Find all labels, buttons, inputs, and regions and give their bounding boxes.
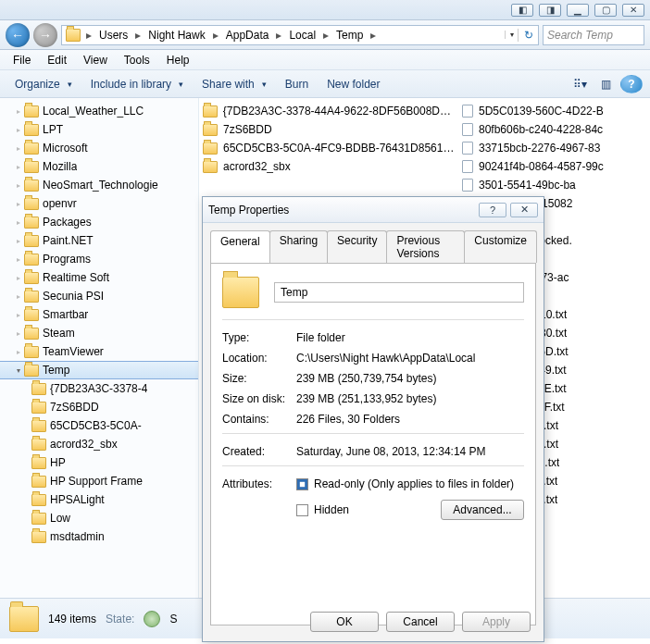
folder-name-input[interactable] (274, 282, 524, 303)
tree-node[interactable]: ▸Steam (0, 324, 198, 342)
menu-bar: File Edit View Tools Help (0, 50, 650, 70)
forward-button[interactable]: → (33, 23, 57, 47)
crumb-sep: ▸ (84, 29, 94, 42)
tree-node[interactable]: ▸Realtime Soft (0, 268, 198, 287)
tab-customize[interactable]: Customize (464, 230, 537, 263)
tree-node[interactable]: ▸Paint.NET (0, 231, 198, 250)
new-folder-button[interactable]: New folder (319, 75, 387, 93)
maximize-button[interactable]: ▢ (594, 4, 617, 17)
list-item[interactable]: 3501-5541-49bc-ba (458, 176, 644, 194)
list-item[interactable]: 33715bcb-2276-4967-83 (458, 139, 644, 157)
folder-icon (24, 180, 39, 192)
tree-subnode[interactable]: 7zS6BDD (0, 398, 198, 416)
address-bar[interactable]: ▸ Users ▸ Night Hawk ▸ AppData ▸ Local ▸… (61, 25, 539, 45)
dialog-titlebar[interactable]: Temp Properties ? ✕ (203, 197, 544, 223)
folder-icon (24, 328, 39, 340)
folder-icon (203, 161, 218, 173)
minimize-button[interactable]: ▁ (567, 4, 589, 17)
preview-pane-button[interactable]: ▥ (594, 75, 617, 93)
tree-node[interactable]: ▸Programs (0, 250, 198, 268)
tab-previous-versions[interactable]: Previous Versions (386, 230, 465, 263)
value-type: File folder (296, 331, 524, 344)
svg-rect-0 (300, 481, 305, 486)
list-item[interactable]: acrord32_sbx (199, 157, 458, 176)
view-options-button[interactable]: ⠿▾ (569, 75, 591, 93)
ok-button[interactable]: OK (310, 612, 379, 632)
tree-subnode[interactable]: HP (0, 453, 198, 472)
organize-button[interactable]: Organize (7, 75, 80, 93)
list-item[interactable]: 65CD5CB3-5C0A-4FC9-BDBB-76431D856110 (199, 139, 458, 157)
value-size: 239 MB (250,739,754 bytes) (296, 372, 524, 385)
tree-node[interactable]: ▸Packages (0, 213, 198, 231)
list-item[interactable]: 80fb606b-c240-4228-84c (458, 120, 644, 139)
tab-security[interactable]: Security (327, 230, 387, 263)
hidden-checkbox-row[interactable]: Hidden (296, 503, 441, 516)
crumb-nighthawk[interactable]: Night Hawk (143, 26, 210, 44)
dialog-help-button[interactable]: ? (479, 203, 506, 217)
label-size: Size: (222, 372, 296, 385)
list-item[interactable]: 90241f4b-0864-4587-99c (458, 157, 644, 176)
tree-node[interactable]: ▸LPT (0, 120, 198, 139)
search-input[interactable]: Search Temp (543, 25, 644, 45)
crumb-temp[interactable]: Temp (331, 26, 369, 44)
tree-node[interactable]: ▸Microsoft (0, 139, 198, 157)
tree-subnode[interactable]: acrord32_sbx (0, 435, 198, 453)
include-library-button[interactable]: Include in library (83, 75, 191, 93)
nav-bar: ← → ▸ Users ▸ Night Hawk ▸ AppData ▸ Loc… (0, 20, 650, 50)
menu-edit[interactable]: Edit (40, 52, 74, 68)
menu-help[interactable]: Help (159, 52, 197, 68)
chrome-button-b[interactable]: ◨ (539, 4, 561, 17)
tree-subnode[interactable]: HPSALight (0, 490, 198, 509)
folder-icon (24, 254, 39, 266)
help-button[interactable]: ? (620, 75, 643, 93)
tree-subnode[interactable]: msdtadmin (0, 527, 198, 546)
crumb-users[interactable]: Users (94, 26, 133, 44)
menu-view[interactable]: View (76, 52, 115, 68)
burn-button[interactable]: Burn (278, 75, 316, 93)
tab-general[interactable]: General (210, 230, 270, 263)
tree-subnode[interactable]: 65CD5CB3-5C0A- (0, 416, 198, 435)
tree-subnode[interactable]: {7DB23A3C-3378-4 (0, 379, 198, 398)
addr-dropdown[interactable]: ▾ (505, 31, 518, 39)
tree-node-temp-selected[interactable]: ▾ Temp (0, 361, 198, 379)
readonly-checkbox[interactable] (296, 478, 308, 490)
share-with-button[interactable]: Share with (194, 75, 274, 93)
back-button[interactable]: ← (6, 23, 30, 47)
tree-node[interactable]: ▸Secunia PSI (0, 287, 198, 305)
folder-icon (24, 235, 39, 247)
crumb-appdata[interactable]: AppData (220, 26, 275, 44)
list-item[interactable]: 7zS6BDD (199, 120, 458, 139)
close-button[interactable]: ✕ (622, 4, 644, 17)
advanced-button[interactable]: Advanced... (441, 500, 524, 520)
apply-button[interactable]: Apply (462, 612, 531, 632)
folder-icon (24, 272, 39, 284)
folder-icon (24, 291, 39, 303)
folder-icon (24, 161, 39, 173)
tree-node[interactable]: ▸openvr (0, 194, 198, 213)
folder-icon (31, 439, 46, 451)
dialog-close-button[interactable]: ✕ (510, 203, 538, 217)
tree-node[interactable]: ▸Smartbar (0, 305, 198, 324)
refresh-button[interactable]: ↻ (518, 29, 538, 42)
dialog-title: Temp Properties (208, 204, 475, 217)
chrome-button-a[interactable]: ◧ (511, 4, 533, 17)
value-contains: 226 Files, 30 Folders (296, 413, 524, 426)
hidden-checkbox[interactable] (296, 504, 308, 516)
cancel-button[interactable]: Cancel (386, 612, 455, 632)
menu-tools[interactable]: Tools (117, 52, 157, 68)
readonly-checkbox-row[interactable]: Read-only (Only applies to files in fold… (296, 477, 524, 490)
list-item[interactable]: {7DB23A3C-3378-44A4-9622-8DF56B008D8B} (199, 102, 458, 120)
tree-subnode[interactable]: HP Support Frame (0, 472, 198, 490)
tree-node[interactable]: ▸NeoSmart_Technologie (0, 176, 198, 194)
list-item[interactable]: 5D5C0139-560C-4D22-B (458, 102, 644, 120)
dialog-tabs: General Sharing Security Previous Versio… (203, 223, 544, 263)
menu-file[interactable]: File (6, 52, 38, 68)
tab-sharing[interactable]: Sharing (269, 230, 328, 263)
tree-node[interactable]: ▸Local_Weather_LLC (0, 102, 198, 120)
dialog-buttons: OK Cancel Apply (310, 612, 544, 632)
tree-subnode[interactable]: Low (0, 509, 198, 527)
nav-tree[interactable]: ▸Local_Weather_LLC▸LPT▸Microsoft▸Mozilla… (0, 98, 199, 598)
crumb-local[interactable]: Local (283, 26, 321, 44)
tree-node[interactable]: ▸TeamViewer (0, 342, 198, 361)
tree-node[interactable]: ▸Mozilla (0, 157, 198, 176)
